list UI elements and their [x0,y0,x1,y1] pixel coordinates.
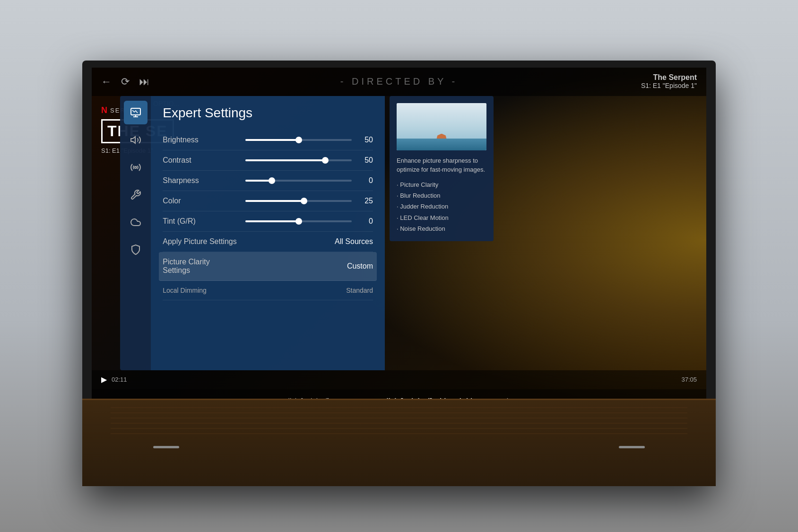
sidebar [120,96,151,370]
cabinet [82,399,716,486]
color-label: Color [163,197,238,205]
info-list-item: Judder Reduction [397,201,486,212]
sharpness-slider[interactable] [245,180,352,182]
cabinet-stripe [111,428,687,429]
contrast-value: 50 [359,156,373,165]
sharpness-label: Sharpness [163,176,238,185]
sharpness-value: 0 [359,176,373,185]
time-remaining: 37:05 [681,376,697,383]
cabinet-stripe [111,418,687,419]
apply-value: All Sources [335,237,373,246]
info-panel: Enhance picture sharpness to optimize fo… [390,96,494,242]
sidebar-item-picture[interactable] [124,101,147,124]
contrast-label: Contrast [163,156,238,165]
brightness-label: Brightness [163,136,238,144]
info-description: Enhance picture sharpness to optimize fo… [397,156,486,174]
show-title: The Serpent [641,73,697,82]
sharpness-row: Sharpness 0 [163,171,373,191]
local-dimming-label: Local Dimming [163,287,238,294]
info-list: Picture Clarity Blur Reduction Judder Re… [397,179,486,235]
sidebar-item-security[interactable] [124,238,147,262]
cabinet-handles [82,446,716,448]
cabinet-stripes [82,400,716,441]
apply-settings-row[interactable]: Apply Picture Settings All Sources [163,232,373,252]
color-slider[interactable] [245,200,352,202]
cabinet-handle-right [619,446,645,448]
color-value: 25 [359,197,373,205]
sidebar-item-broadcast[interactable] [124,156,147,179]
info-list-item: Blur Reduction [397,190,486,201]
replay-icon[interactable]: ⟳ [121,76,130,88]
contrast-slider[interactable] [245,159,352,161]
menu-panel: Expert Settings Brightness 50 Contrast [120,96,385,370]
episode-label: S1: E1 "Episode 1" [641,82,697,89]
info-list-item: Picture Clarity [397,179,486,190]
brightness-value: 50 [359,136,373,144]
svg-point-2 [135,166,137,168]
cabinet-stripe [111,423,687,424]
info-list-item: Noise Reduction [397,223,486,234]
svg-marker-1 [131,137,135,143]
sidebar-item-tools[interactable] [124,183,147,207]
tint-value: 0 [359,217,373,226]
tint-slider[interactable] [245,220,352,222]
contrast-row: Contrast 50 [163,150,373,171]
tint-label: Tint (G/R) [163,217,238,226]
svg-rect-0 [131,108,140,115]
tint-row: Tint (G/R) 0 [163,211,373,232]
skip-icon[interactable]: ⏭ [139,76,149,88]
brightness-row: Brightness 50 [163,130,373,150]
play-icon[interactable]: ▶ [101,375,107,384]
back-icon[interactable]: ← [101,76,112,88]
local-dimming-value: Standard [346,287,373,294]
time-elapsed: 02:11 [112,376,127,383]
preview-image [397,103,486,150]
color-row: Color 25 [163,191,373,211]
sidebar-item-smart[interactable] [124,210,147,234]
clarity-row[interactable]: Picture Clarity Settings Custom [159,252,377,281]
cabinet-stripe [111,412,687,413]
cabinet-stripe [111,433,687,434]
cabinet-handle-left [153,446,179,448]
info-list-item: LED Clear Motion [397,212,486,223]
directed-by-text: - DIRECTED BY - [340,76,458,87]
netflix-n: N [101,105,107,115]
apply-label: Apply Picture Settings [163,237,238,246]
show-info: The Serpent S1: E1 "Episode 1" [641,73,697,89]
clarity-label: Picture Clarity Settings [163,258,238,275]
expert-panel: Expert Settings Brightness 50 Contrast [151,96,385,370]
brightness-slider[interactable] [245,139,352,141]
local-dimming-row[interactable]: Local Dimming Standard [163,281,373,300]
sidebar-item-sound[interactable] [124,128,147,152]
timeline-bar: ▶ 02:11 37:05 [92,370,706,389]
cabinet-stripe [111,407,687,408]
tv-screen: ← ⟳ ⏭ - DIRECTED BY - The Serpent S1: E1… [92,68,706,413]
expert-title: Expert Settings [163,105,373,121]
clarity-value: Custom [347,262,373,270]
